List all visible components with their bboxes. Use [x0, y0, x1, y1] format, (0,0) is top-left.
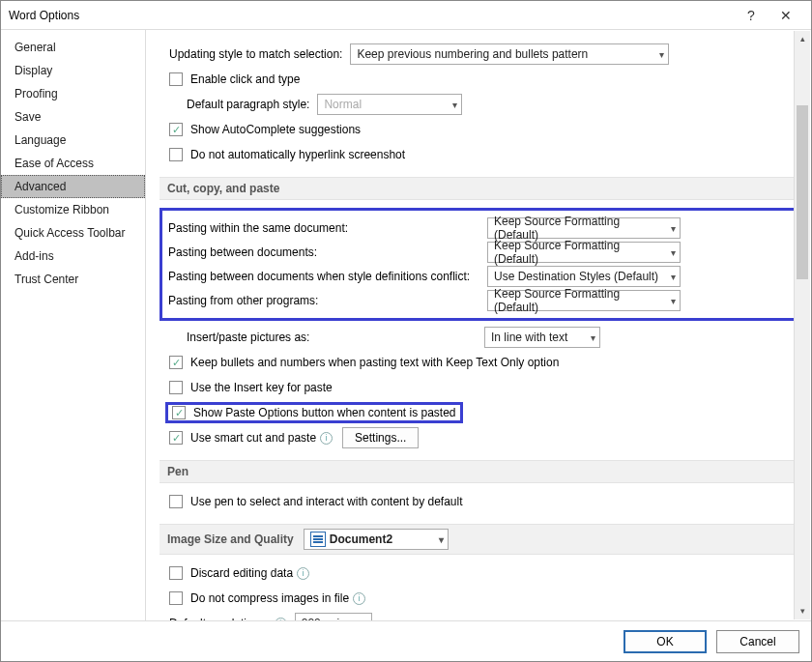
default-resolution-select[interactable]: 220 ppi▾	[295, 613, 372, 620]
paste-between-docs-select[interactable]: Keep Source Formatting (Default)▾	[487, 242, 681, 263]
smart-cut-paste-settings-button[interactable]: Settings...	[342, 427, 419, 448]
vertical-scrollbar[interactable]: ▴ ▾	[794, 31, 810, 619]
document-icon	[310, 532, 326, 547]
use-smart-cut-paste-checkbox[interactable]	[169, 431, 183, 445]
chevron-down-icon: ▾	[445, 100, 457, 110]
chevron-down-icon: ▾	[663, 247, 676, 258]
chevron-down-icon: ▾	[431, 534, 444, 545]
show-paste-options-checkbox[interactable]	[172, 406, 186, 419]
insert-paste-pictures-select[interactable]: In line with text▾	[484, 327, 600, 348]
show-autocomplete-label: Show AutoComplete suggestions	[190, 123, 361, 136]
keep-bullets-label: Keep bullets and numbers when pasting te…	[190, 356, 559, 369]
use-pen-checkbox[interactable]	[169, 495, 183, 508]
sidebar-item-general[interactable]: General	[1, 36, 145, 59]
titlebar: Word Options ? ✕	[1, 1, 811, 30]
scroll-thumb[interactable]	[797, 105, 808, 279]
use-insert-key-label: Use the Insert key for paste	[190, 381, 333, 394]
close-button[interactable]: ✕	[768, 1, 803, 29]
word-options-dialog: Word Options ? ✕ General Display Proofin…	[0, 0, 812, 662]
paste-conflict-label: Pasting between documents when style def…	[168, 270, 487, 283]
paste-between-docs-label: Pasting between documents:	[168, 245, 487, 259]
paste-other-programs-select[interactable]: Keep Source Formatting (Default)▾	[487, 290, 681, 311]
do-not-compress-label: Do not compress images in file	[190, 591, 349, 605]
sidebar-item-save[interactable]: Save	[1, 105, 145, 129]
scroll-down-button[interactable]: ▾	[795, 603, 810, 619]
no-auto-hyperlink-label: Do not automatically hyperlink screensho…	[190, 148, 405, 161]
default-paragraph-style-select: Normal▾	[317, 94, 462, 115]
section-cut-copy-paste: Cut, copy, and paste	[160, 177, 805, 200]
sidebar-item-advanced[interactable]: Advanced	[1, 175, 145, 198]
chevron-down-icon: ▾	[652, 49, 664, 60]
enable-click-type-checkbox[interactable]	[169, 72, 183, 86]
sidebar-item-quick-access-toolbar[interactable]: Quick Access Toolbar	[1, 221, 145, 245]
chevron-down-icon: ▾	[663, 296, 676, 306]
sidebar-item-add-ins[interactable]: Add-ins	[1, 245, 145, 268]
sidebar-item-customize-ribbon[interactable]: Customize Ribbon	[1, 198, 145, 221]
use-pen-label: Use pen to select and interact with cont…	[190, 495, 463, 508]
show-autocomplete-checkbox[interactable]	[169, 123, 183, 136]
image-quality-doc-select[interactable]: Document2▾	[304, 529, 449, 550]
paste-same-doc-label: Pasting within the same document:	[168, 221, 487, 235]
window-title: Word Options	[9, 9, 734, 22]
sidebar-item-ease-of-access[interactable]: Ease of Access	[1, 152, 145, 175]
use-smart-cut-paste-label: Use smart cut and paste	[190, 431, 316, 445]
ok-button[interactable]: OK	[624, 630, 707, 653]
do-not-compress-checkbox[interactable]	[169, 591, 183, 605]
discard-editing-data-checkbox[interactable]	[169, 566, 183, 580]
dialog-footer: OK Cancel	[1, 620, 811, 661]
chevron-down-icon: ▾	[663, 223, 676, 234]
help-button[interactable]: ?	[734, 1, 768, 29]
section-pen: Pen	[160, 460, 805, 483]
sidebar-item-display[interactable]: Display	[1, 59, 145, 82]
updating-style-label: Updating style to match selection:	[169, 47, 342, 61]
insert-paste-pictures-label: Insert/paste pictures as:	[187, 331, 477, 344]
no-auto-hyperlink-checkbox[interactable]	[169, 148, 183, 161]
scroll-up-button[interactable]: ▴	[795, 31, 810, 47]
info-icon[interactable]	[353, 592, 365, 605]
paste-conflict-select[interactable]: Use Destination Styles (Default)▾	[487, 266, 681, 287]
sidebar-item-proofing[interactable]: Proofing	[1, 82, 145, 105]
highlighted-show-paste-options: Show Paste Options button when content i…	[165, 402, 463, 423]
enable-click-type-label: Enable click and type	[190, 72, 300, 86]
category-sidebar: General Display Proofing Save Language E…	[1, 30, 146, 620]
info-icon[interactable]	[320, 432, 333, 445]
updating-style-select[interactable]: Keep previous numbering and bullets patt…	[350, 43, 669, 65]
paste-other-programs-label: Pasting from other programs:	[168, 294, 487, 307]
info-icon[interactable]	[297, 567, 309, 580]
sidebar-item-trust-center[interactable]: Trust Center	[1, 268, 145, 291]
default-paragraph-style-label: Default paragraph style:	[187, 98, 309, 111]
chevron-down-icon: ▾	[583, 332, 595, 343]
section-image-size-quality: Image Size and Quality Document2▾	[160, 524, 805, 555]
keep-bullets-checkbox[interactable]	[169, 356, 183, 369]
chevron-down-icon: ▾	[663, 272, 676, 282]
scroll-track[interactable]	[795, 47, 810, 603]
cancel-button[interactable]: Cancel	[716, 630, 799, 653]
discard-editing-data-label: Discard editing data	[190, 566, 293, 580]
show-paste-options-label: Show Paste Options button when content i…	[193, 406, 456, 419]
options-panel: Updating style to match selection: Keep …	[146, 30, 811, 620]
sidebar-item-language[interactable]: Language	[1, 129, 145, 152]
highlighted-paste-options: Pasting within the same document: Keep S…	[160, 208, 799, 321]
use-insert-key-checkbox[interactable]	[169, 381, 183, 394]
paste-same-doc-select[interactable]: Keep Source Formatting (Default)▾	[487, 217, 681, 239]
